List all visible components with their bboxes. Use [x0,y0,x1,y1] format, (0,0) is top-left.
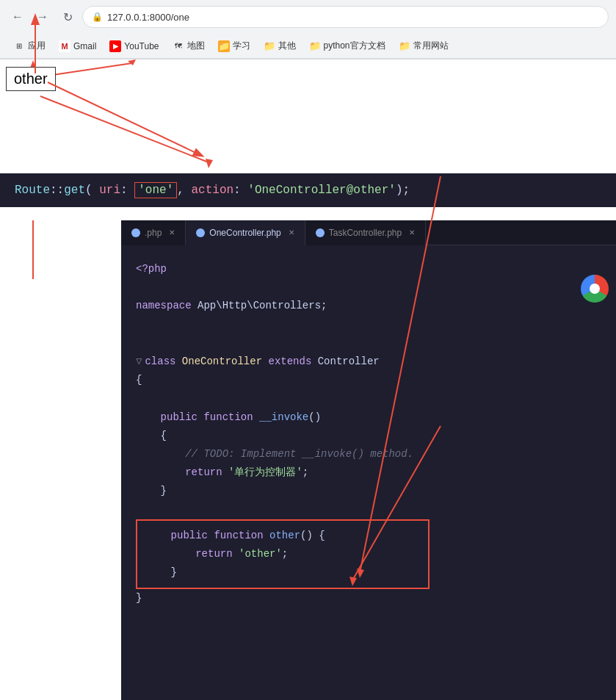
bookmarks-bar: ⊞ 应用 M Gmail ▶ YouTube 🗺 地图 📁 学习 📁 其他 📁 … [0,34,616,59]
bookmark-learn[interactable]: 📁 学习 [212,37,256,55]
svg-marker-4 [128,59,136,65]
maps-icon: 🗺 [173,40,184,52]
code-line-other-return: return 'other'; [146,545,419,563]
annotation-arrows-top [0,59,616,173]
bookmark-apps[interactable]: ⊞ 应用 [7,37,51,55]
tab-one-icon [196,228,205,237]
reload-button[interactable]: ↻ [57,7,78,27]
apps-icon: ⊞ [13,40,25,52]
tab-php-icon [131,228,140,237]
code-line-php: <?php [136,260,601,278]
browser-toolbar: ← → ↻ 🔒 127.0.0.1:8000/one [0,0,616,34]
back-button[interactable]: ← [7,7,28,27]
route-block: Route::get( uri: 'one', action: 'OneCont… [0,173,616,207]
code-line-class-close: } [136,589,601,607]
code-line-namespace: namespace App\Http\Controllers; [136,297,601,315]
ide-tabs: .php ✕ OneController.php ✕ TaskControlle… [121,220,616,245]
code-line-open-brace: { [136,371,601,389]
bookmark-common-label: 常用网站 [413,40,449,52]
code-line-blank1 [136,278,601,297]
tab-task-close[interactable]: ✕ [409,228,415,237]
bookmark-gmail[interactable]: M Gmail [53,37,102,55]
get-keyword: get [64,184,85,197]
code-line-invoke-return: return '单行为控制器'; [136,463,601,482]
svg-line-1 [40,96,209,162]
tab-one-controller[interactable]: OneController.php ✕ [186,220,305,245]
folder-python-icon: 📁 [309,40,321,52]
tab-task-label: TaskController.php [329,228,402,238]
tab-one-label: OneController.php [209,228,280,238]
bookmark-gmail-label: Gmail [73,41,96,51]
youtube-icon: ▶ [109,40,121,52]
code-line-blank3 [136,334,601,353]
page-content: other Route::get( uri: 'one', action: 'O… [0,59,616,700]
bookmark-learn-label: 学习 [233,40,250,52]
bookmark-python[interactable]: 📁 python官方文档 [303,37,391,55]
route-keyword: Route [15,184,50,197]
lock-icon: 🔒 [92,12,103,22]
tab-task-icon [316,228,325,237]
chrome-inner-circle [590,284,600,294]
svg-marker-2 [206,159,213,168]
address-bar[interactable]: 🔒 127.0.0.1:8000/one [82,6,609,28]
bookmark-youtube[interactable]: ▶ YouTube [104,37,164,55]
code-line-comment: // TODO: Implement __invoke() method. [136,445,601,463]
action-string: 'OneController@other' [247,184,396,197]
bookmark-python-label: python官方文档 [324,40,385,52]
forward-button[interactable]: → [32,7,53,27]
bookmark-youtube-label: YouTube [124,41,159,51]
other-function-highlight: public function other() { return 'other'… [136,519,430,590]
other-label: other [6,67,56,91]
code-line-blank2 [136,316,601,334]
uri-highlight: 'one' [134,182,177,198]
ide-area: .php ✕ OneController.php ✕ TaskControlle… [121,220,616,700]
bookmark-maps[interactable]: 🗺 地图 [167,37,211,55]
bookmark-other-label: 其他 [278,40,296,52]
bookmark-other[interactable]: 📁 其他 [258,37,302,55]
tab-task-controller[interactable]: TaskController.php ✕ [305,220,426,245]
url-text: 127.0.0.1:8000/one [107,12,189,23]
code-line-other-decl: public function other() { [146,527,419,545]
chrome-icon [581,275,609,303]
code-line-other-close: } [146,563,419,582]
tab-one-close[interactable]: ✕ [289,228,294,237]
bookmark-apps-label: 应用 [28,40,46,52]
folder-common-icon: 📁 [399,40,410,52]
route-code-line: Route::get( uri: 'one', action: 'OneCont… [15,184,601,197]
tab-php[interactable]: .php ✕ [121,220,186,245]
code-editor: <?php namespace App\Http\Controllers; ▽c… [121,245,616,700]
folder-other-icon: 📁 [264,40,275,52]
tab-php-close[interactable]: ✕ [169,228,175,237]
tab-php-label: .php [145,228,162,238]
browser-chrome: ← → ↻ 🔒 127.0.0.1:8000/one ⊞ 应用 M Gmail … [0,0,616,59]
code-line-blank5 [136,500,601,519]
code-line-invoke-decl: public function __invoke() [136,408,601,427]
bookmark-common[interactable]: 📁 常用网站 [393,37,454,55]
code-line-invoke-close: } [136,482,601,500]
folder-learn-icon: 📁 [218,40,230,52]
code-line-class: ▽class OneController extends Controller [136,353,601,371]
spacer [0,207,616,220]
bookmark-maps-label: 地图 [187,40,205,52]
code-line-invoke-open: { [136,427,601,445]
code-line-blank4 [136,389,601,408]
gmail-icon: M [59,40,70,52]
